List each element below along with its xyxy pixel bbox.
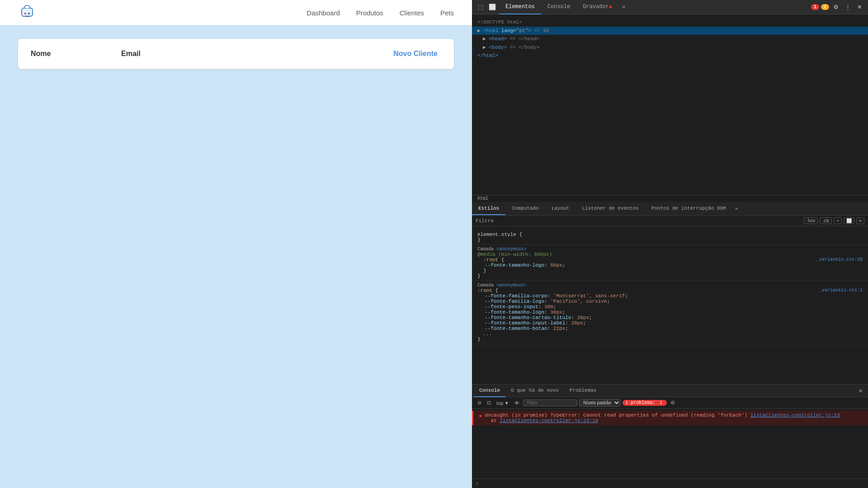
html-close-line: </html> (472, 52, 868, 60)
pettin-logo-icon (18, 4, 36, 22)
svg-point-2 (28, 13, 30, 14)
nav-dashboard[interactable]: Dashboard (307, 9, 340, 17)
inspect-element-icon[interactable]: ⬚ (476, 2, 486, 12)
log-level-select[interactable]: Níveis padrão (579, 399, 621, 407)
problem-number: 1 (658, 400, 664, 405)
devtools-tabs: Elementos Console Gravador ▲ » (499, 0, 809, 14)
svg-point-1 (24, 13, 26, 14)
styles-tabs: Estilos Computado Layout Listener de eve… (472, 202, 868, 216)
problem-count-badge: 1 problema: 1 (623, 400, 667, 406)
filter-add-btn[interactable]: + (834, 217, 842, 224)
css-prop-familia-corpo: --fonte-familia-corpo: 'Montserrat', san… (477, 293, 863, 299)
tab-gravador[interactable]: Gravador ▲ (576, 0, 618, 14)
css-prop-tamanho-cartao: --fonte-tamanho-cartao-titulo: 28px; (477, 315, 863, 320)
error-text-block: Uncaught (in promise) TypeError: Cannot … (485, 413, 864, 423)
filter-extra-btn2[interactable]: ≡ (856, 217, 864, 224)
devtools-main: <!DOCTYPE html> ▶ <html lang="pt"> == $0… (472, 14, 868, 488)
tab-problems[interactable]: Problemas (564, 385, 602, 397)
console-panel: Console O que há de novo Problemas ✕ ⊘ ⊡… (472, 384, 868, 488)
more-options-icon[interactable]: ⋮ (843, 2, 853, 12)
css-prop-peso-input: --fonte-peso-input: 300; (477, 304, 863, 310)
settings-icon[interactable]: ⚙ (831, 2, 841, 12)
filter-cls-btn[interactable]: .cls (820, 217, 832, 224)
filter-bar: Filtro :hov .cls + ⬜ ≡ (472, 216, 868, 226)
css-prop-logo-size-media: --fonte-tamanho-logo: 56px; (477, 263, 863, 268)
console-input[interactable] (481, 481, 864, 486)
top-context-label: top (496, 400, 503, 406)
css-prop-familia-logo: --fonte-familia-logo: 'Pacifico', cursiv… (477, 299, 863, 304)
console-filter-input[interactable] (523, 399, 577, 406)
styles-tab-listener[interactable]: Listener de eventos (576, 202, 645, 215)
styles-tab-breakpoints[interactable]: Pontos de interrupção DOM (645, 202, 732, 215)
eye-filter-btn[interactable]: 👁 (513, 400, 521, 406)
head-line[interactable]: ▶ <head> == </head> (472, 35, 868, 43)
console-tabs: Console O que há de novo Problemas ✕ (472, 385, 868, 397)
devtools-panel: ⬚ ⬜ Elementos Console Gravador ▲ » 1 1 ⚙… (472, 0, 868, 488)
top-context-btn[interactable]: top ▼ (495, 400, 511, 406)
chevron-down-icon: ▼ (504, 400, 509, 406)
console-prompt: › (476, 481, 479, 486)
devtools-more-tabs[interactable]: » (618, 4, 629, 10)
console-messages: ● Uncaught (in promise) TypeError: Canno… (472, 409, 868, 479)
console-settings-btn[interactable]: ⚙ (669, 399, 677, 406)
devtools-topbar: ⬚ ⬜ Elementos Console Gravador ▲ » 1 1 ⚙… (472, 0, 868, 14)
element-style-block: element.style { } (472, 230, 868, 245)
yellow-warning-badge: 1 (821, 4, 829, 10)
svg-rect-0 (22, 8, 33, 16)
close-devtools-icon[interactable]: ✕ (854, 2, 864, 12)
navbar-links: Dashboard Produtos Clientes Pets (307, 9, 454, 17)
css-prop-tamanho-botao: --fonte-tamanho-botao: 22px; (477, 326, 863, 331)
error-stack-text: at listaClientes-controller.js:23:19 (485, 418, 598, 423)
css-prop-tamanho-label: --fonte-tamanho-input-label: 20px; (477, 320, 863, 326)
logo[interactable] (18, 4, 36, 22)
tab-console-top[interactable]: Console (541, 0, 576, 14)
device-toolbar-icon[interactable]: ⬜ (487, 2, 497, 12)
tab-whats-new[interactable]: O que há de novo (505, 385, 564, 397)
devtools-right-icons: 1 1 ⚙ ⋮ ✕ (811, 2, 864, 12)
console-toolbar: ⊘ ⊡ top ▼ 👁 Níveis padrão 1 problema: 1 … (472, 397, 868, 409)
devtools-icons-left: ⬚ ⬜ (476, 2, 497, 12)
novo-cliente-button[interactable]: Novo Cliente (390, 48, 441, 60)
css-prop-tamanho-logo: --fonte-tamanho-logo: 38px; (477, 310, 863, 315)
console-error-message: ● Uncaught (in promise) TypeError: Canno… (472, 411, 868, 425)
table-header: Nome Email Novo Cliente (18, 39, 454, 69)
col-email-header: Email (121, 50, 390, 58)
clear-console-btn[interactable]: ⊘ (476, 399, 483, 406)
tab-elementos[interactable]: Elementos (499, 0, 541, 14)
filter-label: Filtro (476, 218, 494, 224)
css-source-variaveis1[interactable]: _variaveis.css:1 (819, 288, 863, 293)
main-content: Nome Email Novo Cliente (0, 25, 472, 488)
css-block-media: Camada <anonymous> @media (min-width: 80… (472, 245, 868, 281)
styles-panel: html Estilos Computado Layout Listener d… (472, 195, 868, 384)
filter-hov-btn[interactable]: :hov (804, 217, 818, 224)
preserve-log-btn[interactable]: ⊡ (485, 399, 493, 406)
red-error-badge: 1 (811, 4, 819, 10)
nav-clientes[interactable]: Clientes (400, 9, 424, 17)
body-line[interactable]: ▶ <body> == </body> (472, 43, 868, 52)
css-block-root: Camada <anonymous> :root { _variaveis.cs… (472, 281, 868, 344)
filter-input[interactable] (497, 218, 801, 224)
nav-produtos[interactable]: Produtos (356, 9, 383, 17)
breadcrumb-label: html (472, 195, 868, 202)
elements-panel[interactable]: <!DOCTYPE html> ▶ <html lang="pt"> == $0… (472, 14, 868, 195)
nav-pets[interactable]: Pets (440, 9, 454, 17)
filter-extra-btn1[interactable]: ⬜ (844, 217, 854, 224)
styles-tab-estilos[interactable]: Estilos (472, 202, 505, 215)
filter-buttons: :hov .cls + ⬜ ≡ (804, 217, 864, 224)
clientes-table-card: Nome Email Novo Cliente (18, 39, 454, 69)
html-tag-line[interactable]: ▶ <html lang="pt"> == $0 (472, 27, 868, 35)
styles-tab-layout[interactable]: Layout (545, 202, 576, 215)
css-rules: element.style { } Camada <anonymous> @me… (472, 226, 868, 384)
col-nome-header: Nome (31, 50, 121, 58)
styles-more-tabs[interactable]: » (732, 202, 741, 215)
error-circle-icon: ● (479, 413, 482, 419)
styles-tab-computado[interactable]: Computado (505, 202, 545, 215)
doctype-line: <!DOCTYPE html> (472, 18, 868, 27)
error-source-link[interactable]: listaClientes-controller.js:23 (750, 413, 840, 418)
close-console-button[interactable]: ✕ (855, 387, 866, 394)
tab-console[interactable]: Console (474, 385, 505, 397)
navbar: Dashboard Produtos Clientes Pets (0, 0, 472, 25)
error-stack-link[interactable]: listaClientes-controller.js:23:19 (500, 418, 598, 423)
error-message-text: Uncaught (in promise) TypeError: Cannot … (485, 413, 747, 418)
css-source-variaveis28[interactable]: _variaveis.css:28 (816, 257, 863, 262)
